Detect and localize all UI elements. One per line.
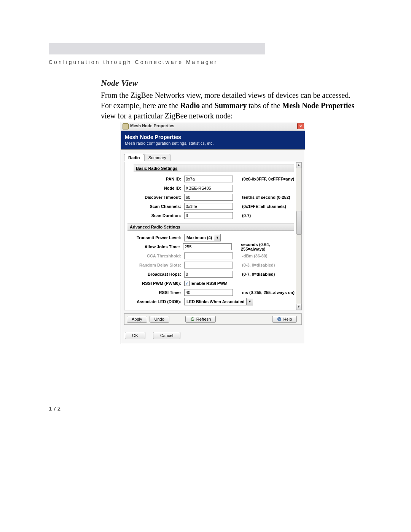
hint-allow-joins: seconds (0-64, 255=always) [232, 242, 295, 251]
input-cca [184, 252, 233, 259]
label-pan-id: PAN ID: [126, 177, 184, 181]
hint-rand-delay: (0-3, 0=disabled) [233, 263, 275, 267]
input-allow-joins[interactable] [183, 243, 232, 250]
row-scan-ch: Scan Channels: (0x1FFE=all channels) [126, 202, 295, 211]
action-button-bar: Apply Undo Refresh ? Help [124, 313, 302, 325]
ok-button[interactable]: OK [125, 332, 145, 339]
dialog-header-title: Mesh Node Properties [125, 134, 301, 140]
row-allow-joins: Allow Joins Time: seconds (0-64, 255=alw… [126, 242, 295, 251]
dialog-header: Mesh Node Properties Mesh radio configur… [121, 131, 305, 150]
dialog-body: Mesh Node Properties Mesh radio configur… [121, 131, 305, 344]
scrollbar[interactable]: ▲ ▼ [296, 162, 301, 310]
advanced-settings-header[interactable]: Advanced Radio Settings [127, 223, 294, 231]
input-scan-ch[interactable] [184, 203, 233, 210]
select-assoc-led-value: LED Blinks When Associated [185, 299, 246, 304]
scroll-thumb[interactable] [296, 211, 301, 235]
input-pan-id[interactable] [184, 176, 233, 182]
label-bcast-hops: Broadcast Hops: [126, 272, 184, 276]
help-icon: ? [277, 317, 282, 321]
row-pan-id: PAN ID: (0x0-0x3FFF, 0xFFFF=any) [126, 174, 295, 184]
para-b1: Radio [180, 101, 200, 110]
hint-pan-id: (0x0-0x3FFF, 0xFFFF=any) [233, 177, 294, 181]
row-bcast-hops: Broadcast Hops: (0-7, 0=disabled) [126, 270, 295, 279]
para-b5: Mesh Node Properties [282, 101, 355, 110]
tabs: Radio Summary [124, 153, 302, 162]
row-node-id: Node ID: [126, 184, 295, 193]
label-rand-delay: Random Delay Slots: [126, 263, 184, 267]
page-number: 172 [49, 405, 62, 412]
dialog-titlebar[interactable]: Mesh Node Properties × [121, 122, 305, 131]
label-discover: Discover Timeout: [126, 195, 184, 200]
para-t4: tabs of the [247, 101, 282, 110]
para-b3: Summary [215, 101, 247, 110]
para-t6: view for a particular ZigBee network nod… [101, 112, 233, 120]
label-node-id: Node ID: [126, 186, 184, 190]
page-header-bar [49, 43, 265, 54]
form-area: Basic Radio Settings PAN ID: (0x0-0x3FFF… [124, 162, 295, 310]
svg-text:?: ? [279, 318, 280, 321]
chevron-down-icon: ▼ [246, 298, 253, 305]
hint-scan-dur: (0-7) [233, 213, 251, 218]
chapter-header: Configuration through Connectware Manage… [49, 59, 218, 65]
tab-content: ▲ ▼ Basic Radio Settings PAN ID: (0x0-0x… [124, 162, 302, 310]
row-rssi-pwm: RSSI PWM (PWM0): ✔ Enable RSSI PWM [126, 279, 295, 288]
node-view-section: Node View From the ZigBee Networks view,… [101, 78, 360, 121]
tab-summary[interactable]: Summary [144, 154, 170, 161]
input-scan-dur[interactable] [184, 212, 233, 219]
section-heading: Node View [101, 78, 360, 88]
row-rssi-timer: RSSI Timer ms (0-255, 255=always on) [126, 288, 295, 297]
row-rand-delay: Random Delay Slots: (0-3, 0=disabled) [126, 260, 295, 270]
help-button-label: Help [283, 317, 292, 321]
refresh-button[interactable]: Refresh [185, 316, 216, 323]
input-discover[interactable] [184, 194, 233, 201]
check-icon: ✔ [184, 281, 190, 286]
input-rand-delay [184, 262, 233, 268]
select-assoc-led[interactable]: LED Blinks When Associated ▼ [184, 298, 253, 305]
label-scan-dur: Scan Duration: [126, 213, 184, 218]
close-icon[interactable]: × [297, 123, 304, 129]
row-cca: CCA Threshhold: -dBm (36-80) [126, 251, 295, 260]
hint-bcast-hops: (0-7, 0=disabled) [233, 272, 275, 276]
para-t2: and [200, 101, 215, 110]
chevron-down-icon: ▼ [214, 234, 220, 241]
apply-button[interactable]: Apply [127, 316, 147, 323]
mesh-node-properties-dialog: Mesh Node Properties × Mesh Node Propert… [121, 122, 305, 344]
cancel-button[interactable]: Cancel [153, 332, 180, 339]
hint-discover: tenths of second (0-252) [233, 195, 290, 200]
label-rssi-pwm: RSSI PWM (PWM0): [126, 281, 184, 286]
row-tx-power: Transmit Power Level: Maximum (4) ▼ [126, 233, 295, 242]
refresh-button-label: Refresh [196, 317, 211, 321]
checkbox-rssi-pwm[interactable]: ✔ Enable RSSI PWM [184, 281, 228, 286]
label-tx-power: Transmit Power Level: [126, 235, 184, 240]
dialog-title: Mesh Node Properties [130, 123, 174, 128]
dialog-icon [123, 123, 129, 129]
hint-scan-ch: (0x1FFE=all channels) [233, 204, 286, 209]
undo-button[interactable]: Undo [150, 316, 169, 323]
row-discover: Discover Timeout: tenths of second (0-25… [126, 193, 295, 202]
label-allow-joins: Allow Joins Time: [126, 244, 183, 249]
row-scan-dur: Scan Duration: (0-7) [126, 211, 295, 220]
hint-cca: -dBm (36-80) [233, 254, 268, 258]
hint-rssi-timer: ms (0-255, 255=always on) [233, 290, 295, 295]
select-tx-power-value: Maximum (4) [185, 235, 214, 240]
dialog-header-subtitle: Mesh radio configuration settings, stati… [125, 141, 301, 145]
scroll-down-icon[interactable]: ▼ [296, 304, 301, 310]
select-tx-power[interactable]: Maximum (4) ▼ [184, 234, 221, 241]
input-rssi-timer[interactable] [184, 289, 233, 296]
row-assoc-led: Associate LED (DIO5): LED Blinks When As… [126, 297, 295, 306]
input-bcast-hops[interactable] [184, 271, 233, 278]
label-assoc-led: Associate LED (DIO5): [126, 299, 184, 304]
section-paragraph: From the ZigBee Networks view, more deta… [101, 90, 360, 121]
scroll-up-icon[interactable]: ▲ [296, 162, 301, 168]
refresh-icon [190, 317, 195, 321]
basic-settings-header[interactable]: Basic Radio Settings [134, 165, 294, 172]
label-cca: CCA Threshhold: [126, 254, 184, 258]
input-node-id[interactable] [184, 185, 233, 192]
tab-radio[interactable]: Radio [124, 154, 144, 161]
label-scan-ch: Scan Channels: [126, 204, 184, 209]
help-button[interactable]: ? Help [272, 316, 297, 323]
checkbox-rssi-pwm-label: Enable RSSI PWM [191, 281, 228, 286]
label-rssi-timer: RSSI Timer [126, 290, 184, 295]
dialog-buttons: OK Cancel [121, 328, 305, 344]
